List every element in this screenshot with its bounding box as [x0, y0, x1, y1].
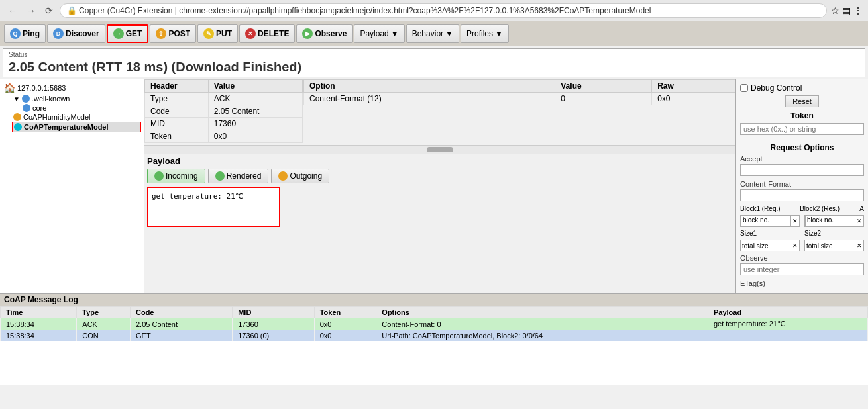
refresh-button[interactable]: ⟳	[42, 4, 56, 17]
observe-icon: ▶	[302, 28, 313, 39]
temperature-label: CoAPTemperatureModel	[24, 123, 109, 131]
header-options-row: Header Value TypeACKCode2.05 ContentMID1…	[144, 79, 735, 146]
block2-input[interactable]: block no.	[805, 215, 855, 227]
option-cell: Content-Format (12)	[304, 93, 555, 105]
discover-label: Discover	[66, 29, 99, 38]
payload-menu-button[interactable]: Payload ▼	[354, 24, 404, 43]
etag-label: ETag(s)	[740, 279, 864, 287]
forward-button[interactable]: →	[24, 4, 38, 17]
option-value-cell: 0	[555, 93, 652, 105]
put-icon: ✎	[203, 28, 214, 39]
reset-button[interactable]: Reset	[785, 95, 819, 107]
menu-icon[interactable]: ⋮	[853, 5, 863, 16]
tab-incoming[interactable]: Incoming	[147, 169, 205, 183]
ping-label: Ping	[23, 29, 40, 38]
token-title: Token	[740, 111, 864, 120]
header-row: TypeACK	[145, 93, 303, 105]
tree-item-temperature[interactable]: CoAPTemperatureModel	[12, 122, 141, 132]
back-button[interactable]: ←	[5, 4, 20, 17]
log-options: Content-Format: 0	[376, 318, 708, 330]
log-token: 0x0	[314, 330, 376, 341]
discover-icon: D	[53, 28, 64, 39]
scroll-thumb[interactable]	[427, 147, 453, 152]
log-type: CON	[77, 330, 131, 341]
block2-clear-icon[interactable]: ✕	[855, 218, 863, 224]
payload-title: Payload	[147, 156, 733, 166]
option-col-value: Value	[555, 80, 652, 93]
get-label: GET	[126, 29, 142, 38]
post-button[interactable]: ⇧ POST	[150, 24, 196, 43]
ping-button[interactable]: Q Ping	[4, 24, 46, 43]
log-row: 15:38:34 ACK 2.05 Content 17360 0x0 Cont…	[1, 318, 868, 330]
ping-icon: Q	[10, 28, 21, 39]
log-time: 15:38:34	[1, 318, 77, 330]
payload-tabs: Incoming Rendered Outgoing	[147, 169, 733, 183]
accept-label: Accept	[740, 155, 864, 163]
scroll-indicator[interactable]	[144, 146, 735, 154]
profiles-menu-button[interactable]: Profiles ▼	[461, 24, 509, 43]
observe-label: Observe	[315, 29, 347, 38]
size2-input[interactable]: total size	[805, 242, 855, 250]
block1-input[interactable]: block no.	[741, 215, 791, 227]
tab-rendered[interactable]: Rendered	[208, 169, 269, 183]
block1-clear-icon[interactable]: ✕	[791, 218, 799, 224]
tree-root[interactable]: 🏠 127.0.0.1:5683	[3, 82, 141, 94]
size-labels-row: Size1 Size2	[740, 230, 864, 237]
size1-input[interactable]: total size	[741, 242, 791, 250]
content-format-label: Content-Format	[740, 180, 864, 188]
message-log: CoAP Message Log TimeTypeCodeMIDTokenOpt…	[0, 293, 868, 385]
log-row: 15:38:34 CON GET 17360 (0) 0x0 Uri-Path:…	[1, 330, 868, 341]
content-format-input[interactable]	[740, 189, 864, 201]
star-icon[interactable]: ☆	[831, 5, 840, 16]
log-token: 0x0	[314, 318, 376, 330]
discover-button[interactable]: D Discover	[47, 24, 105, 43]
header-value-cell: ACK	[208, 93, 302, 105]
wellknown-icon	[22, 95, 30, 103]
tree-item-core[interactable]: core	[21, 103, 141, 113]
tree-root-label: 127.0.0.1:5683	[17, 84, 66, 92]
main-section: 🏠 127.0.0.1:5683 ▼ .well-known core CoAP…	[0, 79, 868, 293]
header-value-cell: 2.05 Content	[208, 105, 302, 118]
url-icon: 🔒	[67, 6, 77, 15]
delete-label: DELETE	[258, 29, 289, 38]
status-title: 2.05 Content (RTT 18 ms) (Download Finis…	[9, 60, 859, 75]
behavior-menu-button[interactable]: Behavior ▼	[406, 24, 459, 43]
put-button[interactable]: ✎ PUT	[197, 24, 238, 43]
observe-input[interactable]	[740, 263, 864, 275]
observe-label: Observe	[740, 254, 864, 262]
header-table: Header Value TypeACKCode2.05 ContentMID1…	[144, 79, 303, 143]
debug-checkbox[interactable]	[740, 84, 748, 92]
browser-icons: ☆ ▤ ⋮	[831, 5, 863, 16]
tree-item-wellknown[interactable]: ▼ .well-known	[12, 94, 141, 103]
size1-clear-icon[interactable]: ✕	[791, 242, 799, 249]
request-options-title: Request Options	[740, 143, 864, 152]
humidity-icon	[13, 113, 21, 121]
observe-button[interactable]: ▶ Observe	[296, 24, 353, 43]
block1-label: Block1 (Req.)	[740, 205, 797, 212]
ext-icon[interactable]: ▤	[842, 5, 851, 16]
core-label: core	[32, 104, 46, 112]
profiles-dropdown-icon: ▼	[495, 29, 503, 38]
log-mid: 17360	[233, 318, 315, 330]
accept-input[interactable]	[740, 164, 864, 176]
header-col-header: Header	[145, 80, 209, 93]
behavior-menu-label: Behavior	[412, 29, 443, 38]
tab-outgoing[interactable]: Outgoing	[271, 169, 329, 183]
header-col-value: Value	[208, 80, 302, 93]
delete-button[interactable]: ✕ DELETE	[239, 24, 295, 43]
block-a-label: A	[859, 205, 864, 212]
size2-clear-icon[interactable]: ✕	[855, 242, 863, 249]
core-icon	[23, 104, 30, 112]
block-labels-row: Block1 (Req.) Block2 (Res.) A	[740, 205, 864, 212]
token-input[interactable]	[740, 123, 864, 135]
get-button[interactable]: → GET	[107, 24, 149, 43]
root-folder-icon: 🏠	[4, 83, 15, 93]
log-col-header: Token	[314, 307, 376, 318]
log-title: CoAP Message Log	[0, 294, 868, 306]
log-col-header: Time	[1, 307, 77, 318]
url-bar: 🔒 Copper (Cu4Cr) Extension | chrome-exte…	[60, 3, 827, 18]
payload-menu-label: Payload	[360, 29, 388, 38]
tree-item-humidity[interactable]: CoAPHumidityModel	[12, 113, 141, 122]
expand-icon: ▼	[13, 95, 20, 103]
header-row: Code2.05 Content	[145, 105, 303, 118]
